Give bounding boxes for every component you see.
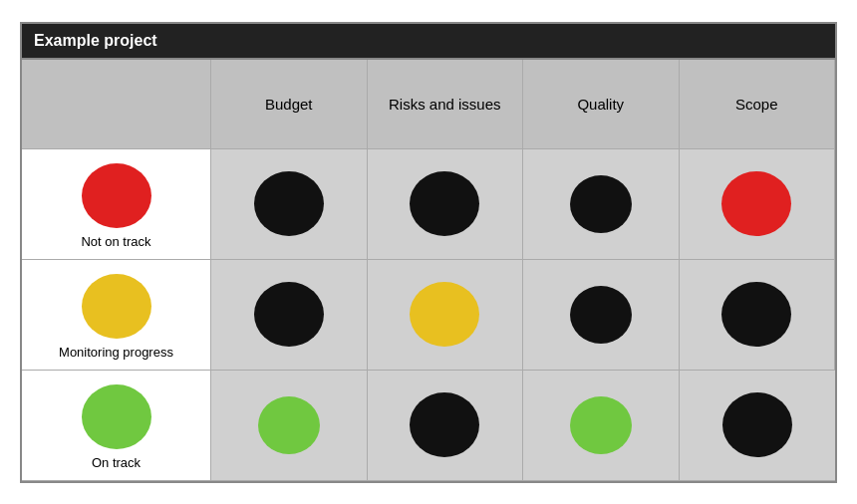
indicator-circle xyxy=(570,175,632,233)
label-on-track: On track xyxy=(22,371,211,481)
table-grid: Budget Risks and issues Quality Scope No… xyxy=(22,58,835,481)
indicator-circle xyxy=(410,171,479,236)
indicator-circle xyxy=(254,171,324,236)
indicator-circle xyxy=(82,384,151,449)
header-col2: Risks and issues xyxy=(368,60,524,149)
data-not-on-track-risks xyxy=(368,149,524,260)
data-on-track-quality xyxy=(523,371,680,481)
table-title: Example project xyxy=(22,24,835,58)
indicator-circle xyxy=(410,282,479,347)
data-on-track-risks xyxy=(368,371,524,481)
data-not-on-track-scope xyxy=(680,149,836,260)
indicator-circle xyxy=(570,396,632,454)
label-not-on-track: Not on track xyxy=(22,149,211,260)
data-monitoring-scope xyxy=(680,260,836,371)
status-label-monitoring: Monitoring progress xyxy=(59,345,173,360)
data-monitoring-risks xyxy=(368,260,524,371)
indicator-circle xyxy=(410,392,479,457)
data-not-on-track-budget xyxy=(211,149,368,260)
header-col0 xyxy=(22,60,211,149)
data-monitoring-quality xyxy=(523,260,680,371)
data-on-track-scope xyxy=(680,371,836,481)
indicator-circle xyxy=(721,171,791,236)
data-monitoring-budget xyxy=(211,260,368,371)
header-col3: Quality xyxy=(523,60,680,149)
status-label-not-on-track: Not on track xyxy=(81,234,150,249)
indicator-circle xyxy=(722,392,792,457)
data-on-track-budget xyxy=(211,371,368,481)
status-label-on-track: On track xyxy=(92,455,141,470)
header-col4: Scope xyxy=(680,60,836,149)
indicator-circle xyxy=(82,163,151,228)
indicator-circle xyxy=(570,286,632,344)
indicator-circle xyxy=(82,274,151,339)
indicator-circle xyxy=(721,282,791,347)
project-status-table: Example project Budget Risks and issues … xyxy=(20,22,837,483)
label-monitoring: Monitoring progress xyxy=(22,260,211,371)
indicator-circle xyxy=(258,396,320,454)
indicator-circle xyxy=(254,282,324,347)
data-not-on-track-quality xyxy=(523,149,680,260)
header-col1: Budget xyxy=(211,60,368,149)
